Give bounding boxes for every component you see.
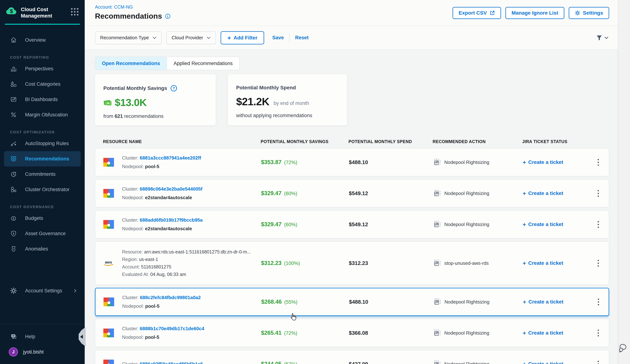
scrollbar-track[interactable] [618, 0, 630, 364]
content-area: Open Recommendations Applied Recommendat… [85, 50, 618, 364]
spend-subtext: without applying recommendations [236, 113, 338, 118]
recommendation-type-dropdown[interactable]: Recommendation Type [95, 31, 162, 44]
create-ticket-link[interactable]: +Create a ticket [522, 330, 596, 336]
sidebar-item-cluster-orchestrator[interactable]: Cluster Orchestrator [0, 182, 85, 197]
question-icon[interactable] [170, 85, 177, 92]
sidebar-item-label: Help [25, 334, 35, 340]
settings-button[interactable]: Settings [569, 7, 609, 19]
savings-amount: $353.87 [261, 159, 282, 166]
cluster-link[interactable]: 6888b1c70e49db17c1de60c4 [140, 326, 204, 331]
cloud-provider-dropdown[interactable]: Cloud Provider [166, 31, 216, 44]
save-filter-button[interactable]: Save [272, 35, 284, 40]
sidebar-item-label: Margin Obfuscation [25, 112, 68, 118]
sidebar-item-budgets[interactable]: $ Budgets [0, 210, 85, 226]
potential-spend-card: Potential Monthly Spend $21.2K by end of… [228, 74, 347, 125]
row-menu-kebab-icon[interactable] [596, 297, 601, 307]
recommendations-icon [10, 155, 17, 162]
breadcrumb-account[interactable]: Account: CCM-NG [95, 4, 133, 9]
sidebar-item-account-settings[interactable]: Account Settings [0, 283, 85, 298]
row-menu-kebab-icon[interactable] [596, 359, 601, 364]
table-row[interactable]: Cluster: 68898c064e3e2ba0e544005f Nodepo… [95, 179, 609, 207]
sidebar-item-label: Overview [25, 37, 46, 43]
table-row[interactable]: Cluster: 688add6fb019b17f9bccb95a Nodepo… [95, 210, 609, 238]
sidebar-item-anomalies[interactable]: ! Anomalies [0, 241, 85, 257]
create-ticket-link[interactable]: +Create a ticket [522, 260, 596, 266]
create-ticket-link[interactable]: +Create a ticket [522, 361, 596, 364]
row-menu-kebab-icon[interactable] [596, 258, 601, 268]
sidebar-item-perspectives[interactable]: Perspectives [0, 61, 85, 76]
create-ticket-link[interactable]: +Create a ticket [523, 299, 596, 305]
manage-ignore-list-button[interactable]: Manage Ignore List [506, 7, 564, 19]
chevron-down-icon [207, 36, 211, 39]
saved-filters-menu[interactable] [596, 34, 608, 41]
potential-savings-card: Potential Monthly Savings $13.0K from 62… [95, 74, 216, 125]
create-ticket-link[interactable]: +Create a ticket [522, 190, 596, 196]
sidebar-item-bi-dashboards[interactable]: BI Dashboards [0, 92, 85, 107]
cluster-link[interactable]: 688add6fb019b17f9bccb95a [140, 217, 203, 223]
savings-percent: (60%) [284, 222, 297, 227]
action-label: Nodepool Rightsizing [444, 222, 489, 227]
table-row-selected[interactable]: Cluster: 688c2fefc84fbdc99801a0a2 Nodepo… [95, 288, 609, 316]
svg-text:$: $ [13, 217, 14, 220]
row-menu-kebab-icon[interactable] [596, 328, 601, 338]
row-menu-kebab-icon[interactable] [596, 157, 601, 168]
savings-amount: $244.05 [261, 361, 282, 364]
rightsizing-icon [433, 360, 441, 364]
info-icon[interactable] [165, 13, 170, 19]
row-menu-kebab-icon[interactable] [596, 188, 601, 199]
table-row[interactable]: Cluster: 6888b1c70e49db17c1de60c4 Nodepo… [95, 319, 609, 347]
cluster-link[interactable]: 68898c064e3e2ba0e544005f [140, 186, 202, 192]
sidebar-item-asset-governance[interactable]: $ Asset Governance [0, 226, 85, 241]
create-ticket-link[interactable]: +Create a ticket [522, 221, 596, 227]
create-ticket-link[interactable]: +Create a ticket [522, 159, 596, 165]
savings-amount: $268.46 [261, 299, 282, 305]
spend-value-suffix: by end of month [274, 101, 309, 108]
home-icon [10, 36, 17, 43]
spend-amount: $549.12 [349, 221, 368, 227]
cluster-link[interactable]: 688c2fefc84fbdc99801a0a2 [140, 295, 201, 300]
savings-percent: (72%) [284, 330, 297, 336]
table-row[interactable]: Cluster: 6886e92f59a48cad86b5b1c6 $244.0… [95, 350, 609, 364]
col-recommended-action: RECOMMENDED ACTION [432, 139, 522, 144]
tab-applied-recommendations[interactable]: Applied Recommendations [167, 57, 239, 70]
spend-amount: $427.09 [349, 361, 368, 364]
row-menu-kebab-icon[interactable] [596, 219, 601, 230]
gcp-icon [103, 328, 114, 338]
bar-chart-icon [10, 65, 17, 72]
savings-percent: (72%) [284, 160, 297, 165]
hexagons-icon [10, 186, 17, 193]
module-switcher-icon[interactable] [71, 8, 78, 15]
cluster-link[interactable]: 6881a3ccc887941a4ee202ff [140, 155, 201, 161]
sidebar-item-recommendations[interactable]: Recommendations [4, 151, 81, 167]
filter-divider [289, 33, 290, 43]
manage-ignore-label: Manage Ignore List [512, 10, 558, 16]
settings-label: Settings [583, 10, 603, 16]
table-row[interactable]: Cluster: 6881a3ccc887941a4ee202ff Nodepo… [95, 148, 609, 176]
export-csv-button[interactable]: Export CSV [452, 7, 501, 19]
sidebar-item-commitments[interactable]: Commitments [0, 167, 85, 182]
sidebar-item-overview[interactable]: Overview [0, 32, 85, 48]
tab-open-recommendations[interactable]: Open Recommendations [95, 57, 167, 70]
table-row[interactable]: Resource: arn:aws:rds:us-east-1:51161680… [95, 241, 609, 285]
cluster-link[interactable]: 6886e92f59a48cad86b5b1c6 [140, 361, 203, 364]
sidebar-item-help[interactable]: ? Help [0, 329, 85, 344]
app-window: $ Cloud Cost Management Overview COST RE… [0, 0, 630, 364]
savings-subtext: from 621 recommendations [103, 114, 207, 119]
aws-icon [103, 259, 114, 268]
spend-value: $21.2K [236, 95, 269, 108]
svg-text:$: $ [13, 232, 14, 235]
sidebar-header: $ Cloud Cost Management [0, 0, 85, 19]
gcp-icon [103, 360, 114, 364]
user-menu[interactable]: J jyoti.bisht [0, 344, 85, 360]
plus-icon: + [522, 260, 526, 266]
sidebar-item-autostopping-rules[interactable]: AutoStopping Rules [0, 136, 85, 151]
reset-filter-button[interactable]: Reset [295, 35, 308, 40]
add-filter-button[interactable]: + Add Filter [220, 31, 264, 44]
chat-help-icon[interactable] [618, 343, 628, 353]
autostopping-icon [10, 140, 17, 147]
sidebar-item-cost-categories[interactable]: Cost Categories [0, 76, 85, 92]
recommendation-count: 621 [115, 114, 123, 119]
savings-percent: (57%) [284, 362, 297, 364]
sidebar-item-label: BI Dashboards [25, 97, 58, 102]
sidebar-item-margin-obfuscation[interactable]: Margin Obfuscation [0, 107, 85, 122]
